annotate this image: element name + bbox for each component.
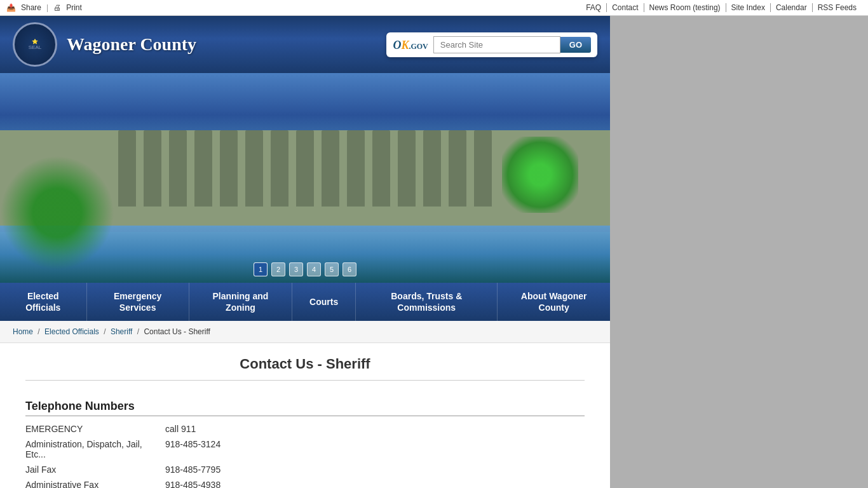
nav-courts[interactable]: Courts [292,283,356,321]
slide-dot-3[interactable]: 3 [289,262,303,276]
county-title: Wagoner County [67,34,196,55]
share-button[interactable]: Share [21,3,41,12]
dam-pillar [372,130,390,207]
hero-image [0,73,610,283]
separator: | [46,3,48,12]
dam-pillar [449,130,466,207]
calendar-link[interactable]: Calendar [771,3,813,12]
faq-link[interactable]: FAQ [581,3,607,12]
site-header: ⭐SEAL Wagoner County OK.GOV GO [0,16,610,73]
label-admin-fax: Administrative Fax [25,477,165,488]
breadcrumb-home[interactable]: Home [13,327,33,336]
breadcrumb-elected[interactable]: Elected Officials [44,327,99,336]
dam-pillar [220,130,238,207]
dam-pillar [169,130,187,207]
slide-dot-2[interactable]: 2 [271,262,285,276]
nav-planning-zoning[interactable]: Planning and Zoning [189,283,292,321]
county-seal: ⭐SEAL [13,22,57,67]
breadcrumb-current: Contact Us - Sheriff [144,327,210,336]
value-admin: 918-485-3124 [165,437,585,462]
nav-boards-trusts[interactable]: Boards, Trusts & Commissions [356,283,498,321]
value-admin-fax: 918-485-4938 [165,477,585,488]
share-print-area: 📤 Share | 🖨 Print [6,3,82,12]
foliage-right [502,137,578,213]
nav-emergency-services[interactable]: Emergency Services [87,283,189,321]
newsroom-link[interactable]: News Room (testing) [644,3,726,12]
breadcrumb: Home / Elected Officials / Sheriff / Con… [0,321,610,343]
contact-link[interactable]: Contact [607,3,644,12]
nav-elected-officials[interactable]: Elected Officials [0,283,87,321]
dam-pillar [474,130,492,207]
label-jail-fax: Jail Fax [25,462,165,477]
breadcrumb-sep: / [37,327,39,336]
print-icon: 🖨 [53,3,61,12]
dam-pillar [271,130,288,207]
logo-area: ⭐SEAL Wagoner County [13,22,196,67]
dam-pillar [144,130,161,207]
rss-link[interactable]: RSS Feeds [813,3,862,12]
search-button[interactable]: GO [560,37,591,53]
table-row: Jail Fax 918-485-7795 [25,462,585,477]
main-content: Contact Us - Sheriff Telephone Numbers E… [0,343,610,488]
slide-dot-1[interactable]: 1 [254,262,268,276]
slide-dot-5[interactable]: 5 [325,262,339,276]
dam-pillar [347,130,365,207]
slide-dot-6[interactable]: 6 [342,262,356,276]
dam-pillar [118,130,136,207]
breadcrumb-sep: / [104,327,105,336]
top-bar: 📤 Share | 🖨 Print FAQ Contact News Room … [0,0,868,16]
telephone-section-heading: Telephone Numbers [25,400,585,416]
page-title: Contact Us - Sheriff [25,356,585,381]
share-icon: 📤 [6,3,16,12]
nav-about[interactable]: About Wagoner County [498,283,610,321]
dam-pillar [245,130,263,207]
breadcrumb-sep: / [137,327,139,336]
right-sidebar [610,16,868,488]
slide-dot-4[interactable]: 4 [307,262,321,276]
slideshow-dots: 1 2 3 4 5 6 [254,262,356,276]
hero-banner: 1 2 3 4 5 6 [0,73,610,283]
dam-pillar [423,130,441,207]
foliage-left [0,156,114,270]
search-input[interactable] [433,36,560,53]
table-row: EMERGENCY call 911 [25,421,585,437]
main-navigation: Elected Officials Emergency Services Pla… [0,283,610,321]
telephone-table: EMERGENCY call 911 Administration, Dispa… [25,421,585,488]
breadcrumb-sheriff[interactable]: Sheriff [111,327,132,336]
site-index-link[interactable]: Site Index [726,3,771,12]
label-admin: Administration, Dispatch, Jail, Etc... [25,437,165,462]
dam-pillar [322,130,339,207]
dam-pillar [398,130,416,207]
table-row: Administrative Fax 918-485-4938 [25,477,585,488]
label-emergency: EMERGENCY [25,421,165,437]
value-jail-fax: 918-485-7795 [165,462,585,477]
search-area: OK.GOV GO [386,32,597,57]
table-row: Administration, Dispatch, Jail, Etc... 9… [25,437,585,462]
top-links: FAQ Contact News Room (testing) Site Ind… [581,3,862,12]
dam-pillar [194,130,212,207]
ok-gov-logo: OK.GOV [393,37,428,52]
dam-pillar [296,130,314,207]
value-emergency: call 911 [165,421,585,437]
print-button[interactable]: Print [66,3,82,12]
